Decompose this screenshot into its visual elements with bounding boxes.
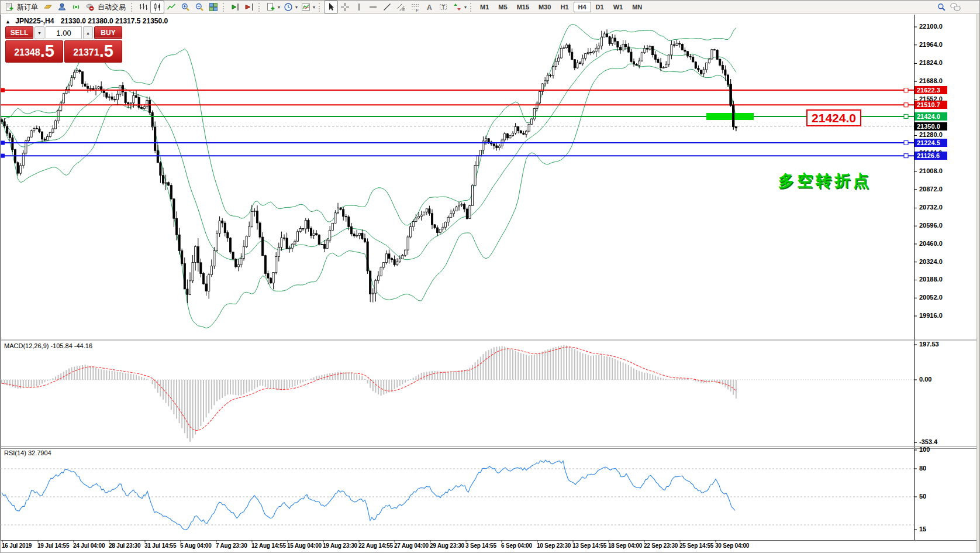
- one-click-trading-panel: SELL ▼ ▲ BUY 21348.5 21371.5: [5, 26, 122, 63]
- zoom-in-button[interactable]: [178, 1, 192, 13]
- time-axis-label: 10 Sep 23:30: [537, 542, 571, 549]
- new-chart-button[interactable]: [264, 1, 278, 13]
- toolbar-grip: [470, 3, 473, 12]
- auto-trading-button[interactable]: [83, 1, 97, 13]
- arrows-tool-button[interactable]: [450, 1, 464, 13]
- arrows-dropdown-caret[interactable]: ▾: [464, 5, 467, 10]
- sell-price-button[interactable]: 21348.5: [5, 40, 63, 63]
- timeframe-bar: M1M5M15M30H1H4D1W1MN: [475, 2, 647, 12]
- timeframe-button-D1[interactable]: D1: [591, 2, 609, 12]
- buy-button[interactable]: BUY: [94, 26, 122, 39]
- volume-increase-button[interactable]: ▲: [83, 26, 93, 39]
- zoom-out-button[interactable]: [192, 1, 206, 13]
- toolbar-grip: [258, 3, 261, 12]
- buy-price-main: 21371: [73, 43, 99, 62]
- timeframe-button-W1[interactable]: W1: [609, 2, 628, 12]
- buy-price-button[interactable]: 21371.5: [64, 40, 122, 63]
- sell-button[interactable]: SELL: [5, 26, 33, 39]
- market-depth-icon[interactable]: [41, 1, 55, 13]
- time-axis-label: 22 Sep 23:30: [644, 542, 678, 549]
- channel-tool-button[interactable]: E: [394, 1, 408, 13]
- price-tick-label: 21824.0: [919, 59, 943, 66]
- time-axis-label: 13 Sep 14:55: [572, 542, 606, 549]
- highlight-box[interactable]: [706, 113, 754, 120]
- new-order-button[interactable]: [2, 1, 16, 13]
- turning-point-note[interactable]: 多空转折点: [778, 170, 872, 191]
- indicators-dropdown-caret[interactable]: ▾: [313, 5, 315, 10]
- price-callout-21424[interactable]: 21424.0: [806, 109, 861, 126]
- search-icon[interactable]: [934, 1, 948, 13]
- window-right-strip: [976, 14, 980, 553]
- time-axis-label: 25 Sep 14:55: [679, 542, 713, 549]
- volume-input[interactable]: [46, 26, 82, 39]
- time-axis-label: 16 Jul 2019: [2, 542, 32, 549]
- timeframe-button-H1[interactable]: H1: [555, 2, 573, 12]
- vertical-line-tool-button[interactable]: [352, 1, 366, 13]
- price-tick-label: 20324.0: [919, 258, 943, 265]
- collapse-panel-icon[interactable]: ▲: [5, 19, 11, 25]
- timeframe-button-H4[interactable]: H4: [574, 2, 591, 12]
- time-axis-label: 28 Jul 23:30: [109, 542, 140, 549]
- text-tool-button[interactable]: A: [422, 1, 436, 13]
- chart-canvas[interactable]: [1, 1, 980, 553]
- toolbar-grip: [223, 3, 226, 12]
- price-tick-label: 20732.0: [919, 204, 943, 211]
- time-axis-label: 19 Aug 23:30: [323, 542, 357, 549]
- rsi-tick-label: 50: [919, 493, 926, 500]
- price-tick-label: 21280.0: [919, 131, 943, 138]
- price-tick-label: 21688.0: [919, 77, 943, 84]
- crosshair-tool-button[interactable]: [338, 1, 352, 13]
- rsi-tick-label: 80: [919, 465, 926, 472]
- period-clock-button[interactable]: [281, 1, 295, 13]
- bar-chart-button[interactable]: [136, 1, 150, 13]
- price-tick-label: 20596.0: [919, 222, 943, 229]
- volume-decrease-button[interactable]: ▼: [34, 26, 44, 39]
- time-axis-label: 30 Sep 04:00: [715, 542, 749, 549]
- tile-windows-button[interactable]: [206, 1, 220, 13]
- price-tick-label: 21964.0: [919, 41, 943, 48]
- time-axis-label: 29 Aug 23:30: [430, 542, 464, 549]
- time-axis-label: 5 Aug 04:00: [180, 542, 212, 549]
- horizontal-line-tool-button[interactable]: [366, 1, 380, 13]
- toolbar-grip: [131, 3, 134, 12]
- price-tick-label: 20872.0: [919, 186, 943, 193]
- new-chart-dropdown-caret[interactable]: ▾: [278, 5, 280, 10]
- cursor-tool-button[interactable]: [324, 1, 338, 13]
- profile-icon[interactable]: [55, 1, 69, 13]
- signal-icon[interactable]: [69, 1, 83, 13]
- rsi-tick-label: 15: [919, 525, 926, 533]
- candles: [1, 29, 737, 303]
- time-axis-label: 3 Sep 14:55: [465, 542, 496, 549]
- line-chart-button[interactable]: [164, 1, 178, 13]
- price-badge: 21424.0: [915, 112, 947, 121]
- toolbar: 新订单 自动交易 ▾ ▾ ▾ E F A T ▾: [1, 1, 980, 14]
- price-tick-label: 20052.0: [919, 294, 943, 301]
- price-tick-label: 19916.0: [919, 312, 943, 319]
- time-axis-label: 31 Jul 14:55: [144, 542, 176, 549]
- price-tick-label: 20188.0: [919, 276, 943, 283]
- price-tick-label: 20460.0: [919, 240, 943, 247]
- fibonacci-tool-button[interactable]: F: [408, 1, 422, 13]
- period-dropdown-caret[interactable]: ▾: [295, 5, 298, 10]
- price-badge: 21350.0: [915, 122, 947, 130]
- auto-scroll-button[interactable]: [242, 1, 256, 13]
- new-order-label: 新订单: [17, 2, 38, 12]
- mt4-window: 新订单 自动交易 ▾ ▾ ▾ E F A T ▾: [0, 0, 980, 553]
- timeframe-button-MN[interactable]: MN: [627, 2, 647, 12]
- macd-label: MACD(12,26,9) -105.84 -44.16: [4, 342, 92, 349]
- time-axis-label: 24 Jul 04:00: [73, 542, 105, 549]
- timeframe-button-M30[interactable]: M30: [534, 2, 555, 12]
- buy-price-pip: .5: [99, 40, 113, 62]
- trendline-tool-button[interactable]: [380, 1, 394, 13]
- svg-text:A: A: [427, 4, 432, 12]
- indicators-button[interactable]: [299, 1, 313, 13]
- candles-front: [727, 74, 737, 131]
- toolbar-grip: [319, 3, 322, 12]
- timeframe-button-M5[interactable]: M5: [494, 2, 512, 12]
- timeframe-button-M1[interactable]: M1: [475, 2, 494, 12]
- text-label-tool-button[interactable]: T: [436, 1, 450, 13]
- timeframe-button-M15[interactable]: M15: [512, 2, 534, 12]
- chart-shift-button[interactable]: [228, 1, 242, 13]
- candlestick-chart-button[interactable]: [150, 1, 164, 13]
- chat-icon[interactable]: [948, 1, 962, 13]
